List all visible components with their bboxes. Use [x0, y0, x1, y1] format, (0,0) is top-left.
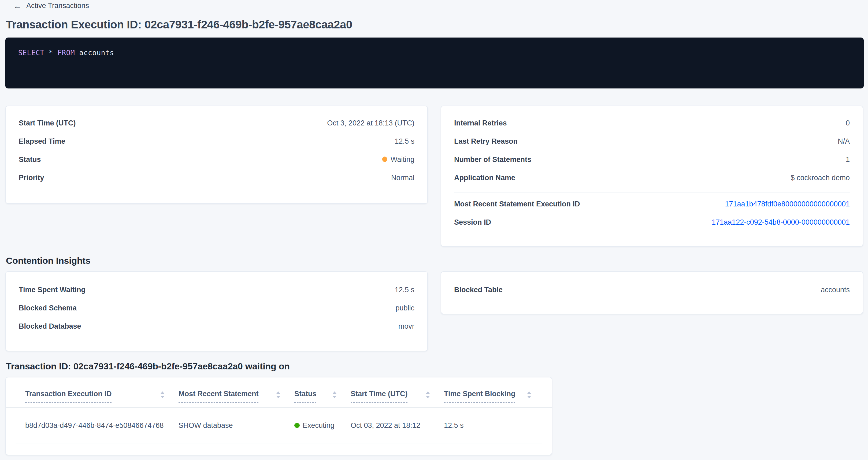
row-label: Session ID	[454, 218, 491, 226]
transaction-details-page: ← Active Transactions Transaction Execut…	[0, 0, 868, 460]
column-header-start-time[interactable]: Start Time (UTC)	[351, 390, 444, 403]
details-row-internal-retries: Internal Retries 0	[441, 114, 863, 132]
page-title: Transaction Execution ID: 02ca7931-f246-…	[6, 18, 352, 31]
waiting-on-heading: Transaction ID: 02ca7931-f246-469b-b2fe-…	[6, 361, 290, 372]
statement-execution-id-link[interactable]: 171aa1b478fdf0e80000000000000001	[725, 200, 850, 208]
contention-row-blocked-table: Blocked Table accounts	[441, 280, 863, 299]
row-value: 12.5 s	[395, 285, 414, 294]
row-divider	[16, 443, 542, 443]
sort-icon[interactable]	[332, 391, 337, 398]
summary-row-elapsed-time: Elapsed Time 12.5 s	[6, 132, 427, 150]
row-label: Application Name	[454, 174, 515, 182]
summary-row-priority: Priority Normal	[6, 168, 427, 187]
waiting-status-dot-icon	[382, 157, 388, 162]
sort-icon[interactable]	[426, 391, 430, 398]
column-header-label: Start Time (UTC)	[351, 390, 408, 403]
summary-row-start-time: Start Time (UTC) Oct 3, 2022 at 18:13 (U…	[6, 114, 427, 132]
sort-icon[interactable]	[527, 391, 531, 398]
contention-insights-heading: Contention Insights	[6, 256, 90, 267]
details-card: Internal Retries 0 Last Retry Reason N/A…	[441, 105, 863, 247]
cell-time-spent-blocking: 12.5 s	[444, 421, 532, 429]
row-value: movr	[398, 322, 414, 330]
contention-row-time-spent-waiting: Time Spent Waiting 12.5 s	[6, 280, 427, 299]
column-header-transaction-execution-id[interactable]: Transaction Execution ID	[25, 390, 179, 403]
row-value: accounts	[821, 285, 850, 294]
row-value: N/A	[838, 137, 850, 145]
table-header-row: Transaction Execution ID Most Recent Sta…	[6, 377, 552, 408]
sql-identifier: accounts	[75, 49, 114, 57]
table-row: b8d7d03a-d497-446b-8474-e50846674768 SHO…	[6, 408, 552, 443]
summary-card: Start Time (UTC) Oct 3, 2022 at 18:13 (U…	[5, 105, 428, 204]
row-value: 0	[846, 119, 850, 127]
status-text: Executing	[303, 421, 335, 429]
sql-keyword: SELECT	[18, 49, 44, 57]
row-label: Internal Retries	[454, 119, 507, 127]
row-label: Blocked Table	[454, 285, 503, 294]
column-header-most-recent-statement[interactable]: Most Recent Statement	[179, 390, 294, 403]
column-header-label: Time Spent Blocking	[444, 390, 516, 403]
row-label: Status	[19, 155, 41, 163]
back-link-label: Active Transactions	[26, 2, 89, 10]
cell-transaction-execution-id: b8d7d03a-d497-446b-8474-e50846674768	[25, 421, 179, 429]
row-label: Blocked Database	[19, 322, 81, 330]
executing-status-dot-icon	[294, 423, 300, 428]
row-value: $ cockroach demo	[790, 174, 850, 182]
contention-row-blocked-schema: Blocked Schema public	[6, 299, 427, 317]
sort-icon[interactable]	[276, 391, 280, 398]
column-header-status[interactable]: Status	[294, 390, 351, 403]
back-arrow-icon: ←	[13, 2, 22, 10]
row-value: Normal	[391, 174, 414, 182]
row-label: Blocked Schema	[19, 304, 77, 312]
details-row-session-id: Session ID 171aa122-c092-54b8-0000-00000…	[441, 213, 863, 231]
row-label: Last Retry Reason	[454, 137, 518, 145]
row-value: public	[395, 304, 414, 312]
row-label: Most Recent Statement Execution ID	[454, 200, 580, 208]
cell-start-time: Oct 03, 2022 at 18:12	[351, 421, 444, 429]
row-label: Elapsed Time	[19, 137, 65, 145]
contention-left-card: Time Spent Waiting 12.5 s Blocked Schema…	[5, 271, 428, 351]
summary-row-status: Status Waiting	[6, 150, 427, 168]
sql-statement-box: SELECT * FROM accounts	[5, 37, 864, 88]
sql-keyword: FROM	[57, 49, 75, 57]
status-value: Waiting	[382, 155, 414, 163]
sql-text: *	[44, 49, 58, 57]
status-text: Waiting	[391, 155, 414, 163]
column-header-label: Transaction Execution ID	[25, 390, 112, 403]
column-header-label: Status	[294, 390, 317, 403]
row-value: 1	[846, 155, 850, 163]
row-label: Start Time (UTC)	[19, 119, 76, 127]
cell-most-recent-statement: SHOW database	[179, 421, 294, 429]
row-value: Oct 3, 2022 at 18:13 (UTC)	[327, 119, 414, 127]
contention-row-blocked-database: Blocked Database movr	[6, 317, 427, 335]
contention-right-card: Blocked Table accounts	[441, 271, 863, 314]
back-link-active-transactions[interactable]: ← Active Transactions	[13, 2, 89, 10]
details-row-statement-execution-id: Most Recent Statement Execution ID 171aa…	[441, 195, 863, 213]
cell-status: Executing	[294, 421, 351, 429]
card-divider	[454, 192, 850, 192]
waiting-on-table: Transaction Execution ID Most Recent Sta…	[5, 377, 552, 455]
column-header-label: Most Recent Statement	[179, 390, 259, 403]
row-label: Priority	[19, 174, 44, 182]
details-row-number-of-statements: Number of Statements 1	[441, 150, 863, 168]
details-row-application-name: Application Name $ cockroach demo	[441, 168, 863, 187]
sort-icon[interactable]	[160, 391, 164, 398]
row-label: Number of Statements	[454, 155, 531, 163]
details-row-last-retry-reason: Last Retry Reason N/A	[441, 132, 863, 150]
session-id-link[interactable]: 171aa122-c092-54b8-0000-000000000001	[712, 218, 850, 226]
row-value: 12.5 s	[395, 137, 414, 145]
row-label: Time Spent Waiting	[19, 285, 86, 294]
column-header-time-spent-blocking[interactable]: Time Spent Blocking	[444, 390, 532, 403]
